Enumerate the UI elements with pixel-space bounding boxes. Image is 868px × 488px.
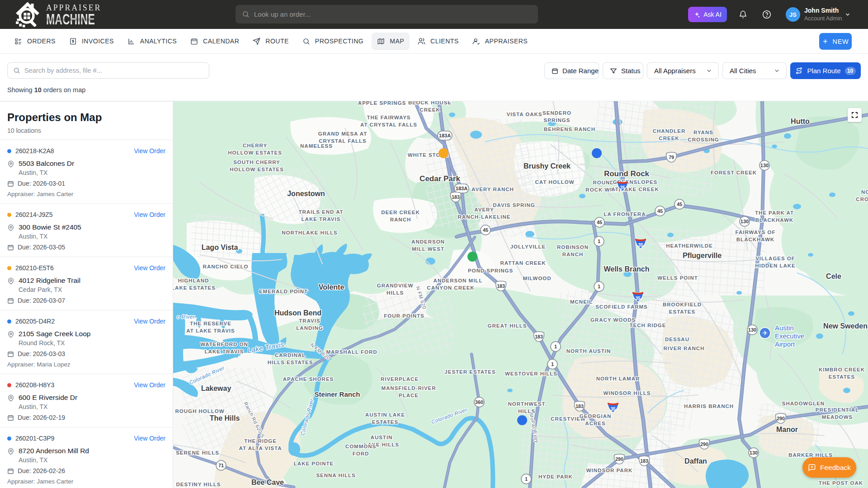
svg-text:o River: o River — [177, 314, 195, 319]
svg-text:NORTH AUSTIN: NORTH AUSTIN — [566, 348, 611, 354]
svg-text:SOUTH CHERRY: SOUTH CHERRY — [233, 160, 280, 165]
svg-text:360: 360 — [475, 399, 483, 405]
svg-text:AT ALTA VISTA: AT ALTA VISTA — [239, 446, 282, 451]
svg-text:PLACE: PLACE — [399, 393, 419, 398]
svg-text:45: 45 — [483, 227, 488, 233]
svg-text:Cele: Cele — [826, 272, 841, 280]
svg-text:SENNA HILLS: SENNA HILLS — [316, 473, 355, 478]
svg-text:79: 79 — [669, 155, 674, 160]
svg-text:SHADOWGLEN: SHADOWGLEN — [782, 401, 825, 406]
svg-text:WELLS POINT: WELLS POINT — [657, 275, 698, 281]
svg-text:HIGHLAND: HIGHLAND — [178, 278, 209, 283]
svg-text:1: 1 — [525, 476, 528, 482]
svg-text:CREEK: CREEK — [659, 136, 679, 141]
svg-text:290: 290 — [615, 456, 623, 462]
svg-text:183A: 183A — [456, 186, 467, 191]
svg-text:VILLAGES OF: VILLAGES OF — [755, 256, 795, 261]
svg-text:LAKE POINTE: LAKE POINTE — [294, 461, 334, 466]
svg-text:HILLS ESTATES: HILLS ESTATES — [268, 360, 313, 365]
svg-text:DESSAU: DESSAU — [665, 337, 689, 342]
svg-text:35: 35 — [638, 243, 643, 248]
svg-text:BROOKFIELD: BROOKFIELD — [663, 302, 702, 307]
svg-text:The Hills: The Hills — [210, 414, 240, 422]
svg-text:WINDSOR HILLS: WINDSOR HILLS — [604, 390, 651, 396]
svg-text:Daffan: Daffan — [684, 457, 707, 465]
svg-text:DESTINY HILLS: DESTINY HILLS — [176, 482, 221, 487]
svg-text:EMERALD POINT: EMERALD POINT — [259, 289, 308, 294]
svg-text:AT CRYSTAL FALLS: AT CRYSTAL FALLS — [360, 122, 417, 127]
svg-text:Bee Cave: Bee Cave — [251, 479, 284, 486]
svg-text:Hutto: Hutto — [791, 117, 810, 125]
svg-text:MARSHALL FORD: MARSHALL FORD — [326, 349, 377, 355]
svg-text:183: 183 — [640, 458, 648, 464]
svg-text:Steiner Ranch: Steiner Ranch — [315, 390, 360, 398]
svg-text:RANCH: RANCH — [390, 217, 411, 222]
svg-text:DAVIS SPRING: DAVIS SPRING — [493, 202, 535, 208]
svg-text:ROUGH HOLLOW: ROUGH HOLLOW — [175, 408, 224, 414]
svg-text:35: 35 — [610, 407, 616, 412]
svg-text:RANCHO CIELO: RANCHO CIELO — [203, 264, 249, 269]
svg-text:BLOCK HOUSE: BLOCK HOUSE — [408, 101, 452, 105]
svg-text:RATTAN CREEK: RATTAN CREEK — [500, 260, 546, 266]
svg-text:LAKE TRAVIS: LAKE TRAVIS — [205, 349, 244, 354]
svg-text:SCOFIELD FARMS: SCOFIELD FARMS — [595, 304, 648, 310]
svg-text:GEORGIAN: GEORGIAN — [580, 413, 612, 419]
svg-text:HILLS: HILLS — [387, 290, 404, 296]
svg-text:BLACKHAWK: BLACKHAWK — [736, 237, 774, 242]
svg-text:45: 45 — [677, 202, 682, 207]
svg-text:35: 35 — [635, 296, 641, 301]
svg-text:290: 290 — [700, 441, 708, 447]
svg-text:CHERRY: CHERRY — [243, 143, 267, 148]
svg-text:1: 1 — [598, 239, 600, 244]
svg-text:DEER CREEK: DEER CREEK — [381, 210, 420, 215]
svg-text:183: 183 — [576, 404, 584, 409]
svg-text:LA FRONTERA: LA FRONTERA — [604, 211, 646, 217]
svg-text:HIDDEN LAKE: HIDDEN LAKE — [755, 263, 796, 268]
svg-text:RYANS: RYANS — [693, 130, 713, 135]
svg-text:MILL WEST: MILL WEST — [412, 246, 444, 252]
svg-text:RANCH: RANCH — [562, 252, 584, 257]
svg-text:THE FAIRWAYS: THE FAIRWAYS — [367, 115, 411, 120]
svg-text:Pflugerville: Pflugerville — [683, 252, 722, 259]
svg-text:TECH RIDGE: TECH RIDGE — [630, 323, 666, 328]
svg-text:Airport: Airport — [775, 340, 795, 348]
svg-text:COMMONS: COMMONS — [345, 444, 376, 449]
svg-text:ESTATES: ESTATES — [372, 419, 398, 425]
svg-text:45: 45 — [657, 208, 663, 214]
svg-text:183: 183 — [497, 283, 505, 289]
svg-text:VISTA OAKS: VISTA OAKS — [506, 112, 542, 117]
svg-text:ACRES: ACRES — [585, 421, 605, 426]
svg-text:Cedar Park: Cedar Park — [420, 174, 460, 183]
svg-text:SENDERO: SENDERO — [542, 110, 571, 116]
svg-text:CROSSING: CROSSING — [688, 137, 719, 142]
svg-text:AUSTIN LAKE: AUSTIN LAKE — [365, 412, 405, 418]
svg-text:Jonestown: Jonestown — [287, 190, 325, 197]
svg-text:BEHRENS RANCH: BEHRENS RANCH — [544, 127, 595, 132]
svg-text:GRAND MESA AT: GRAND MESA AT — [318, 131, 367, 136]
svg-text:HOLLOW ESTATES: HOLLOW ESTATES — [228, 150, 282, 155]
svg-text:RIVERPLACE: RIVERPLACE — [381, 376, 419, 382]
svg-text:FAIRWAYS OF: FAIRWAYS OF — [736, 230, 776, 235]
svg-text:THE RESERVE: THE RESERVE — [190, 321, 231, 326]
svg-text:NORTH LAMAR: NORTH LAMAR — [596, 376, 640, 381]
svg-text:✈: ✈ — [762, 329, 768, 337]
svg-text:NORTHLAKE HILLS: NORTHLAKE HILLS — [282, 230, 338, 235]
svg-text:FOREST CREEK: FOREST CREEK — [711, 170, 757, 175]
svg-text:130: 130 — [750, 450, 758, 455]
svg-text:MANSFIELD-RIVER: MANSFIELD-RIVER — [381, 385, 436, 391]
svg-text:130: 130 — [748, 327, 756, 333]
svg-text:290: 290 — [777, 416, 785, 421]
svg-text:Lakeway: Lakeway — [201, 385, 231, 392]
svg-text:AT LAKE TRAVIS: AT LAKE TRAVIS — [186, 328, 235, 333]
svg-text:130: 130 — [760, 163, 769, 168]
svg-text:AVERY: AVERY — [474, 207, 494, 212]
svg-text:APACHE SHORES: APACHE SHORES — [283, 376, 334, 382]
svg-text:AVERY RANCH: AVERY RANCH — [472, 187, 514, 192]
svg-text:1: 1 — [554, 344, 557, 349]
svg-text:CHANDLER: CHANDLER — [653, 128, 686, 134]
svg-text:HEATHERWILDE: HEATHERWILDE — [666, 243, 713, 249]
svg-text:GRANDVIEW: GRANDVIEW — [377, 283, 414, 288]
svg-text:ROUND: ROUND — [593, 180, 614, 185]
svg-text:MILWOOD: MILWOOD — [523, 276, 551, 281]
svg-text:130: 130 — [741, 219, 749, 224]
